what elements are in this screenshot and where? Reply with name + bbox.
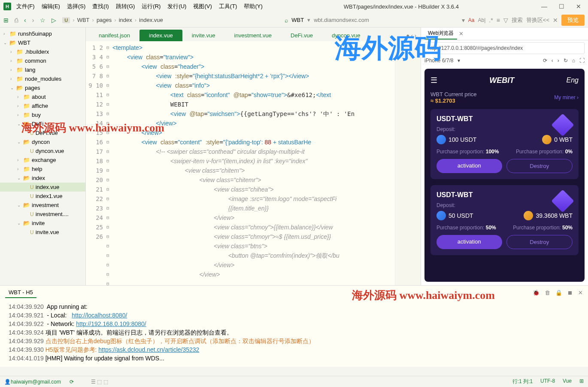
- tab-manifest[interactable]: nanifest.json: [89, 30, 139, 41]
- tree-item-lang[interactable]: ›📁lang: [0, 65, 85, 74]
- preview-back-icon[interactable]: ‹: [552, 58, 553, 64]
- tab-dyncon[interactable]: dyncon.vue: [322, 30, 370, 41]
- console-close-icon[interactable]: ✕: [578, 289, 583, 296]
- language-mode[interactable]: Vue: [563, 378, 572, 385]
- console-link[interactable]: https://ask.dcloud.net.cn/article/35232: [98, 346, 199, 353]
- rotate-icon[interactable]: ⟳: [543, 58, 547, 64]
- aa-icon[interactable]: Aa: [468, 17, 475, 23]
- replace-label[interactable]: 替换区<<: [526, 16, 549, 24]
- tree-item-help[interactable]: ›📁help: [0, 165, 85, 174]
- user-icon[interactable]: 👤: [4, 379, 11, 385]
- tree-item-DeFi.vue[interactable]: UDeFi.vue: [0, 128, 85, 137]
- preview-refresh-icon[interactable]: ↻: [564, 58, 568, 64]
- line-gutter[interactable]: 1 2 3 4 5 6 7 8 9 10 11 12 13 14 15 16 1…: [86, 41, 106, 285]
- save-icon[interactable]: ⎙: [15, 17, 18, 24]
- preview-tab[interactable]: Web浏览器: [424, 28, 457, 40]
- app-title: WEBIT: [489, 76, 514, 85]
- menu-tools[interactable]: 工具(T): [217, 2, 239, 11]
- regex-icon[interactable]: .*: [489, 17, 493, 24]
- user-email[interactable]: haiwaiym@gmail.com: [11, 379, 61, 385]
- lang-toggle[interactable]: Eng: [567, 76, 579, 84]
- my-miner-link[interactable]: My miner ›: [554, 94, 579, 101]
- filter-icon[interactable]: ▽: [503, 17, 508, 24]
- tree-item-invite.vue[interactable]: Uinvite.vue: [0, 228, 85, 237]
- tree-item-investment[interactable]: ⌄📂investment: [0, 201, 85, 210]
- maximize-icon[interactable]: ☐: [555, 3, 567, 10]
- tree-item-index1.vue[interactable]: Uindex1.vue: [0, 192, 85, 201]
- tree-item-index.vue[interactable]: Uindex.vue: [0, 183, 85, 192]
- new-icon[interactable]: ⊞: [3, 17, 9, 24]
- tab-invite[interactable]: invite.vue: [182, 30, 225, 41]
- url-short[interactable]: WBT: [291, 17, 304, 23]
- destroy-button[interactable]: Destroy: [506, 235, 573, 249]
- activation-button[interactable]: activation: [436, 159, 502, 173]
- menu-help[interactable]: 帮助(Y): [242, 2, 264, 11]
- menu-publish[interactable]: 发行(U): [166, 2, 188, 11]
- menu-goto[interactable]: 跳转(G): [114, 2, 137, 11]
- tree-item-node_modules[interactable]: ›📁node_modules: [0, 74, 85, 83]
- ab-icon[interactable]: Ab|: [478, 17, 486, 23]
- preview-url[interactable]: http://127.0.0.1:8080/#/pages/index/inde…: [424, 42, 585, 54]
- tab-defi[interactable]: DeFi.vue: [281, 30, 322, 41]
- fold-column[interactable]: ⊟ ⊟ ⊟ ⊟ ⊟ ⊟ ⊟ ⊟ ⊟ ⊟ ⊟ ⊟ ⊟ ⊟ ⊟ ⊟ ⊟ ⊟ ⊟ ⊟ …: [106, 41, 112, 285]
- forward-icon[interactable]: ›: [32, 17, 34, 24]
- menu-edit[interactable]: 编辑(E): [40, 2, 62, 11]
- star-icon[interactable]: ☆: [40, 17, 45, 24]
- console-tab[interactable]: WBT - H5: [5, 287, 36, 298]
- hamburger-icon[interactable]: ☰: [430, 76, 437, 85]
- code-editor[interactable]: <template> <view class="tranview"> <view…: [112, 41, 395, 285]
- sync-icon[interactable]: ⟳: [70, 379, 74, 385]
- console-link[interactable]: http://localhost:8080/: [72, 312, 127, 319]
- activation-button[interactable]: activation: [436, 235, 502, 249]
- minimize-icon[interactable]: —: [538, 3, 550, 10]
- grid-icon[interactable]: ⊞: [579, 378, 584, 385]
- close-icon[interactable]: ✕: [573, 3, 585, 10]
- play-icon[interactable]: ▷: [52, 17, 56, 24]
- menu-select[interactable]: 选择(S): [65, 2, 87, 11]
- url-input[interactable]: wbt.diamondsexc.com: [314, 17, 369, 23]
- breadcrumb[interactable]: U ›WBT ›pages ›index ›index.vue: [62, 17, 163, 23]
- tree-item-dyncon.vue[interactable]: Udyncon.vue: [0, 146, 85, 155]
- menu-run[interactable]: 运行(R): [140, 2, 162, 11]
- console-link[interactable]: http://192.168.0.109:8080/: [76, 320, 146, 327]
- tree-item-DeFi[interactable]: ⌄📂DeFi: [0, 119, 85, 128]
- tree-item-common[interactable]: ›📁common: [0, 56, 85, 65]
- menu-find[interactable]: 查找(I): [91, 2, 110, 11]
- destroy-button[interactable]: Destroy: [506, 159, 573, 173]
- back-icon[interactable]: ‹: [24, 17, 26, 24]
- preview-button[interactable]: 预览: [561, 15, 585, 26]
- tree-item-runsh5uinapp[interactable]: ›📁runsh5uinapp: [0, 29, 85, 38]
- preview-tab-close[interactable]: ✕: [459, 30, 464, 37]
- encoding[interactable]: UTF-8: [540, 378, 555, 385]
- console-lock-icon[interactable]: 🔒: [555, 289, 562, 296]
- tree-item-investment....[interactable]: Uinvestment....: [0, 210, 85, 219]
- tree-item-buy[interactable]: ›📁buy: [0, 110, 85, 119]
- console-stop-icon[interactable]: ⏹: [567, 289, 573, 296]
- preview-expand-icon[interactable]: ⛶: [579, 58, 585, 64]
- tree-item-index[interactable]: ⌄📂index: [0, 174, 85, 183]
- tree-item-invite[interactable]: ⌄📂invite: [0, 219, 85, 228]
- search-label[interactable]: 搜索: [512, 16, 523, 24]
- tab-investment[interactable]: investment.vue: [225, 30, 281, 41]
- console-trash-icon[interactable]: 🗑: [545, 289, 550, 296]
- menu-file[interactable]: 文件(F): [15, 2, 36, 11]
- menu-view[interactable]: 视图(V): [191, 2, 213, 11]
- folder-icon: 📁: [23, 157, 30, 163]
- folder-icon: 📁: [23, 94, 30, 100]
- tree-item-.hbuilderx[interactable]: ›📁.hbuilderx: [0, 47, 85, 56]
- minimap[interactable]: [395, 41, 421, 285]
- list-icon[interactable]: ≡: [497, 17, 500, 24]
- tree-item-dyncon[interactable]: ⌄📂dyncon: [0, 137, 85, 146]
- debug-icon[interactable]: 🐞: [533, 289, 540, 296]
- tab-index[interactable]: index.vue: [139, 30, 182, 41]
- tree-item-about[interactable]: ›📁about: [0, 92, 85, 101]
- preview-lock-icon[interactable]: ⌂: [572, 58, 575, 64]
- tree-item-pages[interactable]: ⌄📂pages: [0, 83, 85, 92]
- tree-item-affiche[interactable]: ›📁affiche: [0, 101, 85, 110]
- device-select[interactable]: iPhone 6/7/8: [424, 58, 453, 64]
- tree-item-exchange[interactable]: ›📁exchange: [0, 155, 85, 165]
- folder-icon: 📁: [23, 166, 30, 172]
- preview-fwd-icon[interactable]: ›: [558, 58, 559, 64]
- tree-item-WBT[interactable]: ⌄📂WBT: [0, 38, 85, 47]
- search-code-icon[interactable]: ⌕: [285, 17, 288, 24]
